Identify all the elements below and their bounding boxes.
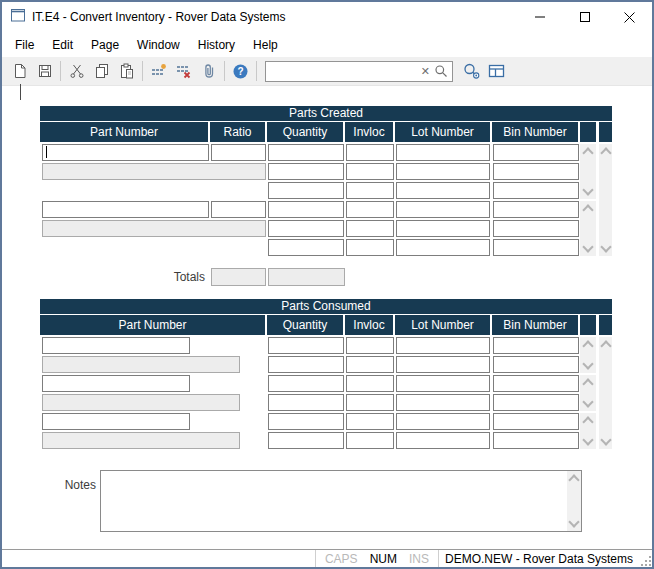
scroll-down-icon[interactable] bbox=[600, 434, 611, 445]
notes-scrollbar[interactable] bbox=[567, 471, 581, 531]
menu-item-page[interactable]: Page bbox=[82, 38, 128, 52]
lot-number-input[interactable] bbox=[396, 201, 490, 218]
scroll-down-icon[interactable] bbox=[582, 184, 593, 195]
invloc-input[interactable] bbox=[346, 144, 394, 161]
attachment-button[interactable] bbox=[196, 59, 221, 83]
lot-number-input[interactable] bbox=[396, 144, 490, 161]
scroll-down-icon[interactable] bbox=[582, 396, 593, 407]
lot-number-input[interactable] bbox=[396, 356, 490, 373]
quantity-input[interactable] bbox=[268, 394, 344, 411]
scroll-up-icon[interactable] bbox=[600, 147, 611, 158]
scroll-up-icon[interactable] bbox=[600, 340, 611, 351]
scroll-up-icon[interactable] bbox=[582, 147, 593, 158]
quantity-input[interactable] bbox=[268, 144, 344, 161]
quantity-input[interactable] bbox=[268, 163, 344, 180]
bin-number-input[interactable] bbox=[493, 375, 579, 392]
part-number-input[interactable] bbox=[42, 375, 190, 392]
notes-textarea[interactable] bbox=[101, 471, 567, 531]
part-number-input[interactable] bbox=[42, 144, 209, 161]
bin-number-input[interactable] bbox=[493, 337, 579, 354]
quantity-input[interactable] bbox=[268, 413, 344, 430]
invloc-input[interactable] bbox=[346, 375, 394, 392]
lot-number-input[interactable] bbox=[396, 413, 490, 430]
quantity-input[interactable] bbox=[268, 239, 344, 256]
app-icon[interactable] bbox=[11, 9, 25, 25]
bin-number-input[interactable] bbox=[493, 163, 579, 180]
bin-number-input[interactable] bbox=[493, 413, 579, 430]
invloc-input[interactable] bbox=[346, 201, 394, 218]
new-button[interactable] bbox=[7, 59, 32, 83]
invloc-input[interactable] bbox=[346, 432, 394, 449]
bin-number-input[interactable] bbox=[493, 432, 579, 449]
quantity-input[interactable] bbox=[268, 356, 344, 373]
bin-number-input[interactable] bbox=[493, 182, 579, 199]
help-button[interactable]: ? bbox=[228, 59, 253, 83]
lot-number-input[interactable] bbox=[396, 220, 490, 237]
scroll-down-icon[interactable] bbox=[568, 516, 579, 527]
lot-number-input[interactable] bbox=[396, 394, 490, 411]
menu-item-window[interactable]: Window bbox=[128, 38, 189, 52]
invloc-input[interactable] bbox=[346, 337, 394, 354]
ratio-input[interactable] bbox=[211, 144, 266, 161]
lot-number-input[interactable] bbox=[396, 375, 490, 392]
inner-scrollbar[interactable] bbox=[580, 201, 596, 256]
scroll-up-icon[interactable] bbox=[582, 416, 593, 427]
copy-button[interactable] bbox=[89, 59, 114, 83]
inner-scrollbar[interactable] bbox=[580, 337, 596, 373]
lot-number-input[interactable] bbox=[396, 432, 490, 449]
menu-item-edit[interactable]: Edit bbox=[43, 38, 82, 52]
quantity-input[interactable] bbox=[268, 220, 344, 237]
delete-row-button[interactable] bbox=[171, 59, 196, 83]
outer-scrollbar[interactable] bbox=[599, 337, 612, 449]
ratio-input[interactable] bbox=[211, 201, 266, 218]
cut-button[interactable] bbox=[64, 59, 89, 83]
scroll-up-icon[interactable] bbox=[582, 378, 593, 389]
inner-scrollbar[interactable] bbox=[580, 375, 596, 411]
bin-number-input[interactable] bbox=[493, 144, 579, 161]
invloc-input[interactable] bbox=[346, 394, 394, 411]
bin-number-input[interactable] bbox=[493, 356, 579, 373]
bin-number-input[interactable] bbox=[493, 394, 579, 411]
inner-scrollbar[interactable] bbox=[580, 413, 596, 449]
layout-button[interactable] bbox=[484, 59, 509, 83]
quantity-input[interactable] bbox=[268, 182, 344, 199]
menu-item-help[interactable]: Help bbox=[244, 38, 287, 52]
quantity-input[interactable] bbox=[268, 337, 344, 354]
lot-number-input[interactable] bbox=[396, 239, 490, 256]
quantity-input[interactable] bbox=[268, 432, 344, 449]
part-number-input[interactable] bbox=[42, 201, 209, 218]
scroll-up-icon[interactable] bbox=[568, 474, 579, 485]
scroll-up-icon[interactable] bbox=[582, 340, 593, 351]
invloc-input[interactable] bbox=[346, 182, 394, 199]
invloc-input[interactable] bbox=[346, 220, 394, 237]
quantity-input[interactable] bbox=[268, 375, 344, 392]
invloc-input[interactable] bbox=[346, 163, 394, 180]
invloc-input[interactable] bbox=[346, 413, 394, 430]
search-icon[interactable] bbox=[434, 64, 452, 78]
quantity-input[interactable] bbox=[268, 201, 344, 218]
bin-number-input[interactable] bbox=[493, 201, 579, 218]
lookup-button[interactable] bbox=[459, 59, 484, 83]
part-number-input[interactable] bbox=[42, 337, 190, 354]
lot-number-input[interactable] bbox=[396, 182, 490, 199]
search-input[interactable] bbox=[266, 63, 417, 80]
scroll-down-icon[interactable] bbox=[582, 358, 593, 369]
outer-scrollbar[interactable] bbox=[599, 144, 612, 256]
part-number-input[interactable] bbox=[42, 413, 190, 430]
clear-search-icon[interactable]: ✕ bbox=[417, 65, 434, 78]
resize-grip[interactable] bbox=[639, 550, 652, 567]
scroll-down-icon[interactable] bbox=[582, 434, 593, 445]
scroll-down-icon[interactable] bbox=[600, 241, 611, 252]
menu-item-history[interactable]: History bbox=[189, 38, 244, 52]
insert-row-button[interactable] bbox=[146, 59, 171, 83]
invloc-input[interactable] bbox=[346, 239, 394, 256]
menu-item-file[interactable]: File bbox=[6, 38, 43, 52]
inner-scrollbar[interactable] bbox=[580, 144, 596, 199]
lot-number-input[interactable] bbox=[396, 163, 490, 180]
close-button[interactable] bbox=[607, 2, 652, 32]
scroll-down-icon[interactable] bbox=[582, 241, 593, 252]
paste-button[interactable] bbox=[114, 59, 139, 83]
maximize-button[interactable] bbox=[562, 2, 607, 32]
save-button[interactable] bbox=[32, 59, 57, 83]
bin-number-input[interactable] bbox=[493, 220, 579, 237]
